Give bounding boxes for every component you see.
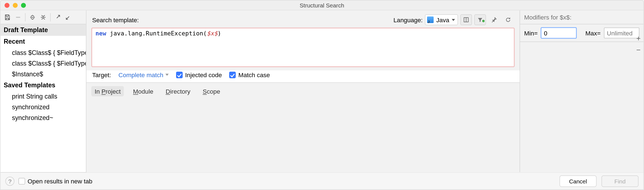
open-new-tab-checkbox[interactable]: Open results in new tab [19, 178, 92, 185]
sidebar-toolbar [1, 10, 86, 24]
chevron-down-icon [165, 74, 169, 76]
open-new-tab-label: Open results in new tab [28, 178, 92, 185]
min-label: Min= [524, 29, 538, 37]
target-value: Complete match [118, 71, 163, 79]
close-icon[interactable] [5, 3, 10, 8]
scope-tab-in-project[interactable]: In Project [91, 86, 124, 97]
remove-template-icon[interactable] [13, 12, 24, 23]
scope-tabs: In Project Module Directory Scope [86, 83, 520, 100]
code-body: java.lang.RuntimeException( [106, 30, 207, 37]
checkbox-checked-icon [229, 71, 236, 78]
save-template-icon[interactable] [2, 12, 13, 23]
dialog-footer: ? Open results in new tab Cancel Find [1, 172, 644, 189]
java-file-icon [427, 16, 434, 23]
window-title: Structural Search [1, 2, 644, 9]
language-label: Language: [394, 16, 423, 23]
injected-code-label: Injected code [185, 71, 222, 79]
scope-tab-directory[interactable]: Directory [162, 86, 194, 97]
scope-tab-module[interactable]: Module [130, 86, 157, 97]
add-modifier-icon[interactable]: + [634, 34, 643, 43]
tree-item[interactable]: class $Class$ { $FieldType$ [1, 58, 86, 69]
titlebar: Structural Search [1, 1, 644, 10]
cancel-button[interactable]: Cancel [560, 175, 597, 187]
code-variable: $x$ [207, 30, 218, 37]
language-select[interactable]: Java [425, 15, 458, 25]
tree-item[interactable]: $Instance$ [1, 69, 86, 80]
layout-columns-icon[interactable] [461, 15, 472, 25]
language-value: Java [436, 16, 449, 23]
svg-rect-0 [16, 17, 20, 18]
modifier-add-remove: + − [634, 34, 643, 54]
code-close: ) [218, 30, 221, 37]
search-template-label: Search template: [92, 16, 139, 23]
collapse-all-icon[interactable] [38, 12, 49, 23]
tree-header-saved[interactable]: Saved Templates [1, 80, 86, 91]
tree-item[interactable]: synchronized~ [1, 113, 86, 123]
chevron-down-icon [452, 19, 455, 21]
refresh-icon[interactable] [502, 15, 514, 25]
tree-header-recent[interactable]: Recent [1, 36, 86, 48]
filter-icon[interactable] [474, 15, 486, 25]
help-icon[interactable]: ? [5, 177, 15, 186]
remove-modifier-icon[interactable]: − [634, 46, 643, 54]
checkbox-unchecked-icon [19, 178, 25, 184]
code-keyword: new [95, 30, 106, 37]
tree-item[interactable]: class $Class$ { $FieldType$ [1, 48, 86, 58]
modifiers-header: Modifiers for $x$: [520, 10, 643, 24]
tree-item[interactable]: synchronized [1, 102, 86, 113]
min-input[interactable] [541, 28, 576, 38]
templates-sidebar: Draft Template Recent class $Class$ { $F… [1, 10, 87, 172]
find-button[interactable]: Find [601, 175, 639, 187]
injected-code-checkbox[interactable]: Injected code [176, 71, 222, 79]
target-label: Target: [92, 71, 111, 79]
templates-tree[interactable]: Draft Template Recent class $Class$ { $F… [1, 24, 86, 172]
maximize-icon[interactable] [21, 3, 26, 8]
max-label: Max= [585, 29, 601, 37]
search-template-editor[interactable]: new java.lang.RuntimeException($x$) [91, 28, 515, 67]
pin-icon[interactable] [488, 15, 500, 25]
tree-header-draft[interactable]: Draft Template [1, 24, 86, 36]
match-case-label: Match case [238, 71, 270, 79]
window-controls [1, 3, 26, 8]
return-to-window-icon[interactable] [63, 12, 74, 23]
target-select[interactable]: Complete match [118, 71, 169, 79]
expand-all-icon[interactable] [27, 12, 38, 23]
modifiers-panel: Modifiers for $x$: Min= Max= [520, 10, 643, 172]
tree-item[interactable]: print String calls [1, 91, 86, 102]
max-input[interactable] [604, 28, 639, 38]
minimize-icon[interactable] [13, 3, 18, 8]
scope-tab-scope[interactable]: Scope [199, 86, 224, 97]
match-case-checkbox[interactable]: Match case [229, 71, 270, 79]
center-panel: Search template: Language: Java [86, 10, 520, 172]
checkbox-checked-icon [176, 71, 183, 78]
open-in-window-icon[interactable] [52, 12, 63, 23]
